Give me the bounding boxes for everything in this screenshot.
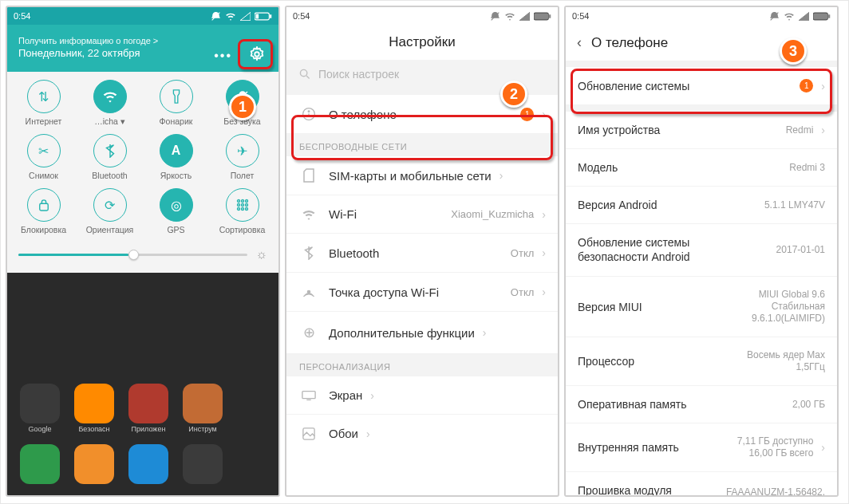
weather-prompt[interactable]: Получить информацию о погоде >: [18, 36, 267, 45]
folder-google[interactable]: [20, 384, 60, 423]
svg-point-13: [245, 204, 247, 207]
row-value: MIUI Global 9.6Стабильная9.6.1.0(LAIMIFD…: [752, 289, 825, 325]
svg-rect-3: [270, 14, 271, 18]
folder-apps[interactable]: [128, 384, 168, 423]
row-system-update[interactable]: Обновление системы 1 ›: [566, 67, 837, 105]
svg-point-16: [245, 208, 247, 211]
folder-security[interactable]: [74, 384, 114, 423]
row-label: Внутренняя память: [578, 441, 679, 454]
toggle-airplane[interactable]: ✈Полет: [209, 134, 275, 180]
row-wifi[interactable]: Wi-FiXiaomi_Kuzmicha›: [286, 195, 558, 234]
status-clock: 0:54: [572, 7, 589, 25]
toggle-brightness[interactable]: AЯркость: [143, 134, 209, 180]
toggle-lock[interactable]: Блокировка: [10, 188, 77, 234]
svg-point-12: [241, 204, 243, 207]
svg-point-14: [237, 208, 239, 211]
svg-rect-4: [255, 14, 259, 18]
toggle-torch[interactable]: Фонарик: [143, 80, 209, 126]
row-value: FAAAANUZM-1.56482.1.63385.1_V013: [726, 486, 825, 498]
row-ram: Оперативная память2,00 ГБ: [566, 386, 837, 423]
row-label: Имя устройства: [578, 124, 660, 136]
row-label: Обновление системы: [578, 80, 689, 93]
phone-quicksettings: 0:54 Получить информацию о погоде > Поне…: [6, 6, 280, 497]
row-label: Версия MIUI: [578, 301, 642, 313]
toggle-screenshot[interactable]: ✂Снимок: [10, 134, 77, 180]
row-device-name[interactable]: Имя устройстваRedmi›: [566, 112, 837, 149]
svg-line-23: [306, 76, 310, 79]
row-label: Оперативная память: [578, 398, 686, 411]
toggle-gps[interactable]: ◎GPS: [143, 188, 209, 234]
toggle-internet[interactable]: ⇅Интернет: [10, 80, 77, 126]
row-display[interactable]: Экран›: [286, 376, 558, 415]
row-wallpaper[interactable]: Обои›: [286, 415, 558, 452]
brightness-knob[interactable]: [128, 250, 139, 260]
row-label: Версия Android: [578, 199, 657, 211]
svg-point-26: [308, 111, 310, 112]
page-title: Настройки: [286, 25, 558, 60]
status-bar: 0:54: [286, 7, 558, 25]
row-baseband: Прошивка модулясвязи FAAAANUZM-1.56482.1…: [566, 472, 837, 497]
row-storage[interactable]: Внутренняя память 7,11 ГБ доступно16,00 …: [566, 423, 837, 472]
row-label: SIM-карты и мобильные сети: [329, 169, 492, 183]
status-bar: 0:54: [566, 7, 837, 25]
quicksettings-header: Получить информацию о погоде > Понедельн…: [7, 25, 278, 72]
toggle-wifi[interactable]: …icha ▾: [77, 80, 143, 126]
row-sim[interactable]: SIM-карты и мобильные сети›: [286, 156, 558, 195]
svg-marker-18: [519, 12, 530, 20]
wifi-icon: [298, 209, 319, 220]
row-more[interactable]: ⊕Дополнительные функции›: [286, 312, 558, 354]
row-security-patch: Обновление системыбезопасности Android 2…: [566, 224, 837, 277]
row-label: Wi-Fi: [329, 207, 357, 221]
brightness-slider[interactable]: [18, 254, 247, 256]
folder-row: Google Безопасн Приложен Инструм: [15, 380, 270, 436]
notify-badge: 1: [520, 108, 534, 121]
svg-point-22: [300, 69, 306, 76]
info-icon: [298, 107, 319, 121]
chevron-right-icon: ›: [542, 208, 546, 221]
toggle-orientation[interactable]: ⟳Ориентация: [77, 188, 143, 234]
signal-icon: [799, 12, 809, 21]
signal-icon: [240, 12, 251, 21]
row-hotspot[interactable]: Точка доступа Wi-FiОткл›: [286, 273, 558, 312]
dock-row: [15, 441, 270, 487]
svg-rect-28: [302, 391, 315, 398]
row-miui-version[interactable]: Версия MIUI MIUI Global 9.6Стабильная9.6…: [566, 277, 837, 337]
back-button[interactable]: ‹: [577, 34, 582, 51]
svg-rect-7: [39, 203, 48, 211]
row-model: МодельRedmi 3: [566, 149, 837, 187]
toggle-bluetooth[interactable]: Bluetooth: [77, 134, 143, 180]
row-value: Откл: [511, 247, 535, 259]
chevron-right-icon: ›: [366, 427, 370, 440]
svg-point-15: [241, 208, 243, 211]
dnd-icon: [211, 11, 221, 22]
app-messages[interactable]: [74, 444, 114, 484]
overflow-icon[interactable]: •••: [214, 49, 232, 63]
row-value: Откл: [511, 286, 535, 298]
chevron-right-icon: ›: [370, 389, 374, 402]
row-android-version[interactable]: Версия Android5.1.1 LMY47V: [566, 187, 837, 224]
row-label: Дополнительные функции: [329, 326, 475, 340]
app-camera[interactable]: [183, 444, 223, 484]
row-value: Redmi: [786, 124, 814, 136]
folder-tools[interactable]: [183, 384, 223, 423]
chevron-right-icon: ›: [542, 285, 546, 298]
svg-point-27: [307, 290, 310, 293]
app-browser[interactable]: [128, 444, 168, 484]
row-label: Модель: [578, 161, 618, 174]
wifi-icon: [225, 12, 236, 21]
status-clock: 0:54: [293, 7, 310, 25]
bluetooth-icon: [298, 246, 319, 260]
svg-point-10: [245, 200, 247, 203]
settings-gear-button[interactable]: [245, 42, 269, 66]
svg-rect-35: [814, 14, 827, 18]
svg-point-9: [241, 200, 243, 203]
svg-point-5: [255, 52, 259, 57]
toggle-sort[interactable]: Сортировка: [209, 188, 275, 234]
row-value: 2017-01-01: [776, 244, 825, 256]
wifi-icon: [504, 12, 515, 21]
svg-marker-32: [799, 12, 809, 20]
phone-settings-root: 0:54 Настройки Поиск настроек О телефоне…: [285, 6, 559, 497]
row-bluetooth[interactable]: BluetoothОткл›: [286, 234, 558, 273]
row-value: Redmi 3: [789, 162, 825, 174]
app-phone[interactable]: [20, 444, 60, 484]
